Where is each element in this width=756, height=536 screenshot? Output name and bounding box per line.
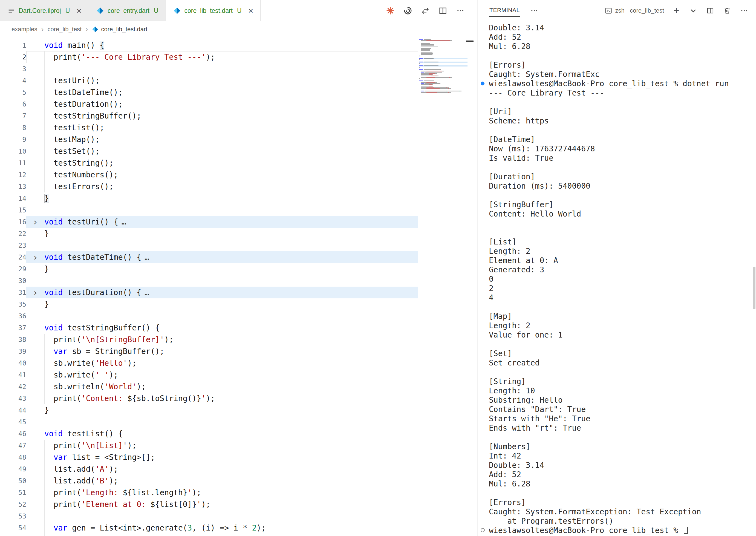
code-line[interactable]: 16›void testUri() {… [0,216,477,228]
breadcrumb-item-core-lib-test[interactable]: core_lib_test [47,26,82,33]
code-editor[interactable]: 1void main() {2 print('--- Core Library … [0,37,477,536]
chevron-down-icon[interactable] [689,6,698,15]
code-line[interactable]: 7 testStringBuffer(); [0,110,477,122]
code-line[interactable]: 9 testMap(); [0,134,477,145]
panel-tab-terminal[interactable]: TERMINAL [489,5,520,17]
terminal-gutter [477,516,489,525]
devtools-starburst-icon[interactable] [385,6,395,16]
open-changes-icon[interactable] [420,6,430,16]
split-editor-icon[interactable] [438,6,448,16]
code-line[interactable]: 8 testList(); [0,122,477,134]
tab-dart-core-ilproj[interactable]: Dart.Core.ilproj U × [0,0,89,21]
close-icon[interactable]: × [76,6,82,15]
terminal-gutter [477,395,489,405]
terminal-line: Length: 2 [477,246,756,256]
code-line[interactable]: 1void main() { [0,39,477,51]
line-content: testList(); [26,122,418,134]
terminal-scrollbar-thumb[interactable] [753,267,755,309]
tab-core-entry-dart[interactable]: core_entry.dart U [89,0,166,21]
terminal-gutter [477,386,489,395]
line-number: 9 [0,136,26,144]
code-line[interactable]: 48 var list = <String>[]; [0,452,477,463]
code-line[interactable]: 54 var gen = List<int>.generate(3, (i) =… [0,522,477,534]
more-actions-icon[interactable] [455,6,465,16]
line-content: ›void testUri() {… [26,216,418,228]
code-line[interactable]: 22} [0,228,477,240]
terminal-gutter [477,246,489,256]
terminal-instance-selector[interactable]: zsh - core_lib_test [605,7,664,15]
code-line[interactable]: 40 sb.write('Hello'); [0,357,477,369]
terminal-gutter [477,97,489,107]
code-line[interactable]: 50 list.add('B'); [0,475,477,487]
terminal-gutter [477,228,489,237]
command-decoration-icon[interactable] [477,79,489,88]
code-line[interactable]: 41 sb.write(' '); [0,369,477,381]
code-line[interactable]: 13 testErrors(); [0,181,477,192]
code-line[interactable]: 37void testStringBuffer() { [0,322,477,334]
terminal-text: Add: 52 [489,33,521,42]
code-line[interactable]: 45 [0,416,477,428]
line-number: 15 [0,206,26,214]
terminal-line: [Duration] [477,172,756,181]
code-line[interactable]: 10 testSet(); [0,145,477,157]
code-text: print('Element at 0: ${list[0]}'); [44,498,211,510]
code-line[interactable]: 31›void testDuration() {… [0,286,477,298]
close-icon[interactable]: × [248,6,253,15]
code-line[interactable]: 38 print('\n[StringBuffer]'); [0,334,477,346]
code-line[interactable]: 5 testDateTime(); [0,86,477,98]
code-line[interactable]: 11 testString(); [0,157,477,169]
tab-core-lib-test-dart[interactable]: core_lib_test.dart U × [166,0,261,21]
line-content: testSet(); [26,145,418,157]
dart-icon [92,26,99,33]
terminal-text: Set created [489,358,540,367]
fold-chevron-icon[interactable]: › [26,218,44,226]
split-terminal-button[interactable] [706,6,715,15]
terminal-more-actions-icon[interactable] [740,6,749,15]
code-line[interactable]: 49 list.add('A'); [0,463,477,475]
code-line[interactable]: 51 print('Length: ${list.length}'); [0,487,477,498]
new-terminal-button[interactable]: + [672,6,681,15]
code-line[interactable]: 6 testDuration(); [0,98,477,110]
code-line[interactable]: 14} [0,192,477,204]
breadcrumb-item-examples[interactable]: examples [12,26,37,33]
fold-chevron-icon[interactable]: › [26,253,44,262]
code-line[interactable]: 24›void testDateTime() {… [0,251,477,263]
code-line[interactable]: 29} [0,263,477,275]
breadcrumb-file-label: core_lib_test.dart [101,26,148,33]
terminal-output[interactable]: Double: 3.14Add: 52Mul: 6.28[Errors]Caug… [477,21,756,536]
code-line[interactable]: 55 print('Generated: ${gen.length}'); [0,534,477,536]
terminal-line: wieslawsoltes@MacBook-Pro core_lib_test … [477,525,756,535]
code-line[interactable]: 42 sb.writeln('World'); [0,381,477,392]
code-line[interactable]: 30 [0,275,477,286]
code-line[interactable]: 3 [0,63,477,75]
minimap[interactable] [419,39,468,93]
code-line[interactable]: 39 var sb = StringBuffer(); [0,346,477,357]
line-content: print('Generated: ${gen.length}'); [26,534,418,536]
terminal-text: [Uri] [489,107,512,116]
code-line[interactable]: 53 [0,510,477,522]
terminal-line [477,339,756,349]
terminal-line: Length: 10 [477,386,756,395]
code-line[interactable]: 47 print('\n[List]'); [0,440,477,452]
code-line[interactable]: 2 print('--- Core Library Test ---'); [0,51,477,63]
code-line[interactable]: 35} [0,298,477,310]
git-untracked-badge: U [154,7,158,15]
line-content: list.add('B'); [26,475,418,487]
panel-more-icon[interactable] [530,6,539,15]
code-line[interactable]: 44} [0,404,477,416]
line-number: 40 [0,359,26,367]
code-line[interactable]: 43 print('Content: ${sb.toString()}'); [0,392,477,404]
code-line[interactable]: 23 [0,240,477,251]
code-line[interactable]: 46void testList() { [0,428,477,440]
breadcrumb-item-file[interactable]: core_lib_test.dart [92,26,148,33]
code-line[interactable]: 4 testUri(); [0,75,477,86]
code-line[interactable]: 15 [0,204,477,216]
code-line[interactable]: 36 [0,310,477,322]
code-line[interactable]: 12 testNumbers(); [0,169,477,181]
kill-terminal-trash-icon[interactable] [723,6,732,15]
ai-spiral-icon[interactable] [403,6,413,16]
code-line[interactable]: 52 print('Element at 0: ${list[0]}'); [0,498,477,510]
fold-chevron-icon[interactable]: › [26,288,44,297]
code-text: void testList() { [44,428,123,440]
prompt-decoration-icon[interactable] [477,525,489,535]
